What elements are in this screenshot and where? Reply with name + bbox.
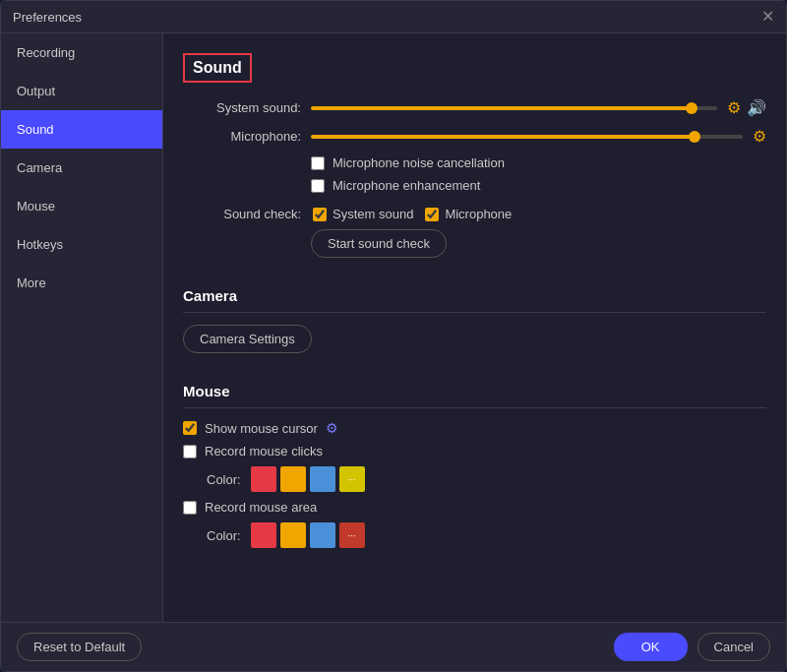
show-cursor-row: Show mouse cursor ⚙ [183,420,766,436]
microphone-slider[interactable] [311,135,743,139]
sound-check-row: Sound check: System sound Microphone [183,207,766,221]
click-color-label: Color: [207,472,241,487]
system-sound-slider[interactable] [311,106,717,110]
record-clicks-row: Record mouse clicks [183,444,766,458]
ok-button[interactable]: OK [614,633,688,661]
color-swatch-orange2[interactable] [280,522,306,548]
close-button[interactable]: ✕ [761,9,774,25]
record-area-checkbox[interactable] [183,501,197,515]
titlebar: Preferences ✕ [1,1,786,33]
record-area-row: Record mouse area [183,500,766,515]
system-sound-row: System sound: ⚙ 🔊 [183,98,766,117]
record-clicks-checkbox[interactable] [183,445,197,458]
camera-section-title: Camera [183,287,766,313]
sidebar-item-recording[interactable]: Recording [1,33,162,72]
camera-settings-button[interactable]: Camera Settings [183,325,312,353]
cancel-button[interactable]: Cancel [697,633,770,661]
system-sound-check-item: System sound [313,207,413,221]
color-swatch-blue2[interactable] [310,522,335,548]
sound-section-title: Sound [183,53,252,83]
click-color-row: Color: ··· [207,466,766,492]
color-swatch-blue1[interactable] [310,466,335,492]
system-sound-gear-icon[interactable]: ⚙ [727,98,741,117]
show-cursor-label: Show mouse cursor [205,421,318,436]
enhancement-label: Microphone enhancement [333,178,480,193]
system-sound-label: System sound: [183,100,301,115]
show-cursor-checkbox[interactable] [183,421,197,435]
cursor-settings-icon[interactable]: ⚙ [326,420,338,436]
camera-section: Camera Camera Settings [183,287,766,363]
content-area: Recording Output Sound Camera Mouse Hotk… [1,33,786,622]
color-swatch-red1[interactable] [251,466,276,492]
start-sound-check-button[interactable]: Start sound check [311,229,447,258]
system-sound-check-label: System sound [333,207,413,221]
area-color-row: Color: ··· [207,522,766,548]
record-clicks-label: Record mouse clicks [205,444,323,458]
color-swatch-more1[interactable]: ··· [339,466,365,492]
window-title: Preferences [13,10,82,25]
noise-cancellation-label: Microphone noise cancellation [333,155,505,170]
record-area-label: Record mouse area [205,500,317,515]
microphone-check-item: Microphone [425,207,512,221]
enhancement-checkbox[interactable] [311,179,325,193]
microphone-check-label: Microphone [445,207,512,221]
sound-section: Sound System sound: ⚙ 🔊 Microphone: ⚙ [183,53,766,268]
sidebar-item-camera[interactable]: Camera [1,149,162,187]
sidebar: Recording Output Sound Camera Mouse Hotk… [1,33,163,622]
enhancement-row: Microphone enhancement [311,178,766,193]
sidebar-item-sound[interactable]: Sound [1,110,162,149]
area-color-label: Color: [207,528,241,543]
sidebar-item-hotkeys[interactable]: Hotkeys [1,225,162,264]
footer: Reset to Default OK Cancel [1,622,786,671]
reset-button[interactable]: Reset to Default [17,633,142,661]
sidebar-item-output[interactable]: Output [1,72,162,110]
sidebar-item-mouse[interactable]: Mouse [1,187,162,225]
color-swatch-red2[interactable] [251,522,276,548]
color-swatch-orange1[interactable] [280,466,306,492]
microphone-gear-icon[interactable]: ⚙ [753,127,766,146]
microphone-label: Microphone: [183,129,301,144]
noise-cancellation-row: Microphone noise cancellation [311,155,766,170]
mouse-section: Mouse Show mouse cursor ⚙ Record mouse c… [183,383,766,548]
color-swatch-more2[interactable]: ··· [339,522,365,548]
mouse-section-title: Mouse [183,383,766,408]
noise-cancellation-checkbox[interactable] [311,156,325,170]
system-sound-check-checkbox[interactable] [313,208,327,221]
sound-check-label: Sound check: [183,207,301,221]
sidebar-item-more[interactable]: More [1,264,162,302]
microphone-row: Microphone: ⚙ [183,127,766,146]
main-content: Sound System sound: ⚙ 🔊 Microphone: ⚙ [163,33,786,622]
footer-actions: OK Cancel [614,633,770,661]
preferences-window: Preferences ✕ Recording Output Sound Cam… [0,0,787,672]
microphone-check-checkbox[interactable] [425,208,439,221]
system-sound-speaker-icon[interactable]: 🔊 [747,98,766,117]
